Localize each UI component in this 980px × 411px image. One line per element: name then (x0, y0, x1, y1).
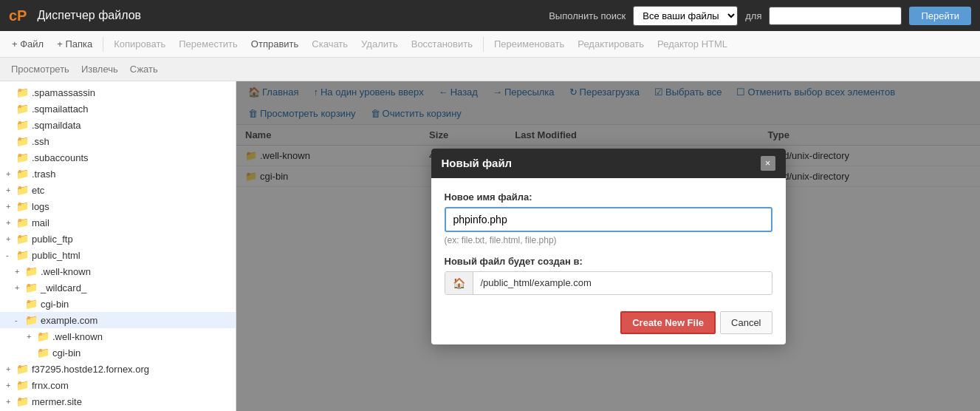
expand-icon: + (15, 283, 22, 292)
sidebar-item[interactable]: +📁frnx.com (0, 377, 236, 393)
new-file-modal: Новый файл × Новое имя файла: (ex: file.… (431, 149, 786, 344)
toolbar-separator-1 (103, 37, 103, 52)
folder-icon: 📁 (16, 168, 29, 180)
sidebar-item[interactable]: +📁mermer.site (0, 393, 236, 410)
expand-icon: + (27, 332, 34, 341)
sidebar-item[interactable]: +📁.trash (0, 166, 236, 182)
sidebar-item[interactable]: -📁public_html (0, 247, 236, 263)
expand-icon: - (15, 316, 22, 325)
sidebar-item[interactable]: 📁.spamassassin (0, 84, 236, 101)
new-folder-button[interactable]: + Папка (51, 35, 98, 52)
folder-icon: 📁 (16, 184, 29, 196)
sidebar-item-label: cgi-bin (41, 299, 69, 310)
upload-button[interactable]: Отправить (245, 35, 304, 52)
cancel-button[interactable]: Cancel (720, 311, 772, 334)
sidebar-item[interactable]: +📁mail (0, 214, 236, 231)
toolbar2: Просмотреть Извлечь Сжать (0, 58, 980, 81)
sidebar-item[interactable]: +📁etc (0, 182, 236, 198)
sidebar-item[interactable]: +📁f37295.hostde12.fornex.org (0, 361, 236, 377)
sidebar-item[interactable]: 📁.sqmailattach (0, 101, 236, 117)
folder-icon: 📁 (37, 347, 49, 359)
filename-input[interactable] (445, 207, 772, 232)
expand-icon: + (6, 169, 13, 178)
sidebar-item-label: mail (32, 217, 49, 228)
view-button[interactable]: Просмотреть (6, 61, 75, 77)
sidebar-item[interactable]: +📁.well-known (0, 263, 236, 279)
search-label: Выполнить поиск (549, 10, 626, 21)
sidebar-item-label: .well-known (52, 331, 103, 342)
sidebar-item-label: .well-known (41, 266, 91, 277)
sidebar-item-label: public_html (32, 250, 80, 261)
expand-icon: + (6, 186, 13, 194)
delete-button[interactable]: Удалить (355, 35, 404, 52)
modal-footer: Create New File Cancel (431, 304, 786, 344)
sidebar-item[interactable]: +📁public_ftp (0, 231, 236, 247)
filename-hint: (ex: file.txt, file.html, file.php) (445, 235, 772, 245)
sidebar-item-label: .ssh (32, 136, 49, 147)
sidebar-item-label: .sqmaildata (32, 120, 80, 131)
sidebar-item-label: .trash (32, 169, 56, 180)
cp-logo: cP (9, 7, 27, 24)
go-button[interactable]: Перейти (909, 7, 971, 25)
folder-icon: 📁 (16, 152, 29, 163)
path-value: /public_html/example.com (473, 272, 772, 293)
sidebar-item-label: .sqmailattach (32, 103, 89, 115)
expand-icon: - (6, 251, 13, 259)
rename-button[interactable]: Переименовать (488, 35, 570, 52)
sidebar-item-label: .subaccounts (32, 152, 89, 163)
folder-icon: 📁 (37, 330, 49, 342)
sidebar-item[interactable]: +📁logs (0, 198, 236, 214)
restore-button[interactable]: Восстановить (405, 35, 479, 52)
sidebar-item[interactable]: +📁.well-known (0, 328, 236, 344)
sidebar-item[interactable]: 📁.sqmaildata (0, 117, 236, 133)
move-button[interactable]: Переместить (173, 35, 244, 52)
expand-icon: + (6, 202, 13, 211)
search-for-label: для (745, 10, 761, 21)
sidebar-item[interactable]: 📁.ssh (0, 133, 236, 149)
create-new-file-button[interactable]: Create New File (620, 311, 716, 334)
main-layout: 📁.spamassassin📁.sqmailattach📁.sqmaildata… (0, 81, 980, 411)
toolbar: + Файл + Папка Копировать Переместить От… (0, 31, 980, 58)
folder-icon: 📁 (16, 249, 29, 261)
new-file-button[interactable]: + Файл (6, 35, 49, 52)
sidebar-item[interactable]: 📁.subaccounts (0, 149, 236, 166)
folder-icon: 📁 (16, 217, 29, 228)
expand-icon: + (6, 364, 13, 373)
folder-icon: 📁 (25, 314, 38, 326)
folder-icon: 📁 (16, 119, 29, 131)
expand-icon: + (6, 234, 13, 243)
copy-button[interactable]: Копировать (108, 35, 171, 52)
toolbar-separator-2 (483, 37, 484, 52)
sidebar-item-label: .spamassassin (32, 87, 95, 98)
sidebar-item-label: public_ftp (32, 234, 73, 245)
extract-button[interactable]: Извлечь (76, 61, 123, 77)
sidebar-item[interactable]: 📁cgi-bin (0, 296, 236, 312)
sidebar-item[interactable]: 📁cgi-bin (0, 344, 236, 361)
folder-icon: 📁 (16, 86, 29, 98)
sidebar-item[interactable]: -📁example.com (0, 312, 236, 328)
folder-icon: 📁 (16, 379, 29, 391)
modal-close-button[interactable]: × (761, 156, 775, 171)
file-area: 🏠 Главная ↑ На один уровень вверх ← Наза… (236, 81, 980, 411)
folder-icon: 📁 (25, 265, 38, 277)
folder-icon: 📁 (25, 282, 38, 293)
app-title: Диспетчер файлов (37, 9, 541, 22)
download-button[interactable]: Скачать (306, 35, 354, 52)
sidebar-item-label: etc (32, 185, 44, 196)
folder-icon: 📁 (16, 363, 29, 375)
path-label: Новый файл будет создан в: (445, 256, 772, 267)
expand-icon: + (15, 267, 22, 276)
sidebar-item[interactable]: +📁_wildcard_ (0, 279, 236, 296)
compress-button[interactable]: Сжать (125, 61, 163, 77)
expand-icon: + (6, 397, 13, 406)
modal-overlay: Новый файл × Новое имя файла: (ex: file.… (236, 81, 980, 411)
html-editor-button[interactable]: Редактор HTML (651, 35, 733, 52)
path-field: 🏠 /public_html/example.com (445, 271, 772, 295)
edit-button[interactable]: Редактировать (572, 35, 650, 52)
top-header: cP Диспетчер файлов Выполнить поиск Все … (0, 0, 980, 31)
search-input[interactable] (769, 7, 902, 25)
sidebar-item-label: example.com (41, 315, 97, 326)
sidebar-item-label: cgi-bin (52, 347, 80, 359)
sidebar-item-label: _wildcard_ (41, 282, 86, 293)
search-select[interactable]: Все ваши файлы (633, 6, 738, 26)
